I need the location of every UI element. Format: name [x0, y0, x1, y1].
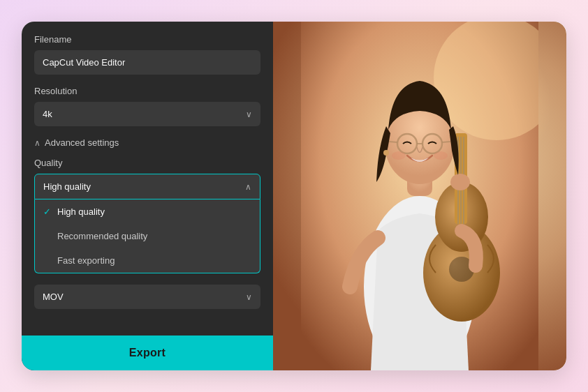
- quality-dropdown-wrapper: High quality ∧ High quality Recommended …: [34, 174, 260, 273]
- left-panel: Filename Resolution 4k ∨ ∧ Advanced sett…: [22, 22, 273, 370]
- quality-option-recommended[interactable]: Recommended quality: [35, 224, 260, 248]
- svg-line-17: [442, 142, 450, 142]
- quality-label: Quality: [34, 158, 260, 168]
- right-panel: [273, 22, 566, 370]
- format-chevron-down-icon: ∨: [246, 292, 252, 302]
- advanced-settings-toggle[interactable]: ∧ Advanced settings: [34, 137, 260, 148]
- quality-option-fast-label: Fast exporting: [57, 255, 115, 266]
- svg-point-19: [392, 151, 406, 160]
- quality-option-high[interactable]: High quality: [35, 199, 260, 224]
- format-value: MOV: [43, 292, 64, 302]
- svg-line-16: [389, 142, 397, 142]
- advanced-settings-label: Advanced settings: [45, 137, 119, 148]
- svg-point-10: [450, 174, 470, 190]
- quality-option-fast[interactable]: Fast exporting: [35, 248, 260, 273]
- quality-dropdown-menu: High quality Recommended quality Fast ex…: [34, 199, 260, 273]
- resolution-chevron-down-icon: ∨: [246, 110, 252, 119]
- quality-dropdown-trigger[interactable]: High quality ∧: [34, 174, 260, 199]
- advanced-chevron-up-icon: ∧: [34, 138, 41, 148]
- export-button[interactable]: Export: [22, 336, 273, 370]
- photo-background: [273, 22, 566, 370]
- person-illustration: [301, 22, 538, 370]
- quality-selected-value: High quality: [43, 181, 91, 192]
- resolution-select[interactable]: 4k ∨: [34, 102, 260, 126]
- filename-label: Filename: [34, 34, 260, 45]
- quality-option-recommended-label: Recommended quality: [57, 231, 147, 241]
- filename-input[interactable]: [34, 50, 260, 75]
- quality-chevron-up-icon: ∧: [245, 182, 251, 192]
- resolution-value: 4k: [43, 109, 52, 119]
- export-dialog: Filename Resolution 4k ∨ ∧ Advanced sett…: [22, 22, 566, 370]
- quality-option-high-label: High quality: [57, 206, 105, 217]
- svg-point-18: [383, 150, 389, 156]
- svg-point-20: [434, 151, 448, 160]
- resolution-label: Resolution: [34, 86, 260, 96]
- format-select[interactable]: MOV ∨: [34, 285, 260, 309]
